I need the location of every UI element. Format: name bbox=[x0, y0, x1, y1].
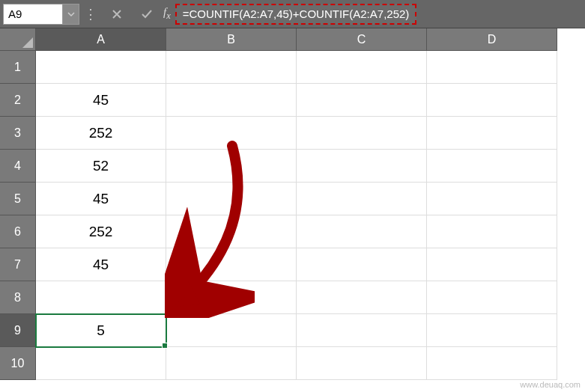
cell-B9[interactable] bbox=[166, 314, 297, 347]
row-header-8[interactable]: 8 bbox=[0, 281, 36, 314]
cell-A6[interactable]: 252 bbox=[36, 215, 166, 248]
cell-C9[interactable] bbox=[297, 314, 427, 347]
row-header-10[interactable]: 10 bbox=[0, 347, 36, 380]
row-header-9[interactable]: 9 bbox=[0, 314, 36, 347]
cell-C10[interactable] bbox=[297, 347, 427, 380]
row-header-4[interactable]: 4 bbox=[0, 150, 36, 183]
cell-B5[interactable] bbox=[166, 183, 297, 215]
formula-input[interactable]: =COUNTIF(A2:A7,45)+COUNTIF(A2:A7,252) bbox=[175, 4, 417, 25]
cell-B1[interactable] bbox=[166, 51, 297, 84]
confirm-formula-button[interactable] bbox=[135, 4, 159, 25]
cell-C2[interactable] bbox=[297, 84, 427, 117]
cell-C1[interactable] bbox=[297, 51, 427, 84]
cell-B6[interactable] bbox=[166, 215, 297, 248]
cell-B2[interactable] bbox=[166, 84, 297, 117]
cell-D2[interactable] bbox=[427, 84, 557, 117]
cell-C6[interactable] bbox=[297, 215, 427, 248]
cell-C7[interactable] bbox=[297, 248, 427, 281]
cancel-formula-button[interactable] bbox=[105, 4, 129, 25]
formula-bar: A9 ⋮ fx =COUNTIF(A2:A7,45)+COUNTIF(A2:A7… bbox=[0, 0, 585, 28]
check-icon bbox=[140, 7, 154, 21]
cell-A7[interactable]: 45 bbox=[36, 248, 166, 281]
select-all-corner[interactable] bbox=[0, 28, 36, 51]
col-header-D[interactable]: D bbox=[427, 28, 557, 51]
cell-B3[interactable] bbox=[166, 117, 297, 150]
cell-A9[interactable]: 5 bbox=[36, 314, 166, 347]
spreadsheet-grid: A B C D 1 2 45 3 252 4 52 5 45 6 252 7 4… bbox=[0, 28, 585, 380]
name-box[interactable]: A9 bbox=[3, 4, 63, 25]
formula-text: =COUNTIF(A2:A7,45)+COUNTIF(A2:A7,252) bbox=[183, 7, 410, 20]
cell-D6[interactable] bbox=[427, 215, 557, 248]
cell-A1[interactable] bbox=[36, 51, 166, 84]
separator-icon: ⋮ bbox=[84, 6, 97, 22]
col-header-B[interactable]: B bbox=[166, 28, 297, 51]
cell-A4[interactable]: 52 bbox=[36, 150, 166, 183]
cell-C3[interactable] bbox=[297, 117, 427, 150]
cell-C4[interactable] bbox=[297, 150, 427, 183]
cell-A2[interactable]: 45 bbox=[36, 84, 166, 117]
cell-D3[interactable] bbox=[427, 117, 557, 150]
row-header-2[interactable]: 2 bbox=[0, 84, 36, 117]
fx-icon[interactable]: fx bbox=[163, 6, 171, 22]
row-header-6[interactable]: 6 bbox=[0, 215, 36, 248]
cell-D1[interactable] bbox=[427, 51, 557, 84]
cell-A5[interactable]: 45 bbox=[36, 183, 166, 215]
cell-A3[interactable]: 252 bbox=[36, 117, 166, 150]
row-header-7[interactable]: 7 bbox=[0, 248, 36, 281]
row-header-1[interactable]: 1 bbox=[0, 51, 36, 84]
cell-D8[interactable] bbox=[427, 281, 557, 314]
cell-B4[interactable] bbox=[166, 150, 297, 183]
cell-C5[interactable] bbox=[297, 183, 427, 215]
cell-A8[interactable] bbox=[36, 281, 166, 314]
row-header-5[interactable]: 5 bbox=[0, 183, 36, 215]
cell-D7[interactable] bbox=[427, 248, 557, 281]
cell-D5[interactable] bbox=[427, 183, 557, 215]
name-box-dropdown[interactable] bbox=[63, 4, 79, 25]
x-icon bbox=[110, 7, 124, 21]
cell-A10[interactable] bbox=[36, 347, 166, 380]
name-box-value: A9 bbox=[8, 7, 22, 20]
cell-B7[interactable] bbox=[166, 248, 297, 281]
col-header-C[interactable]: C bbox=[297, 28, 427, 51]
row-header-3[interactable]: 3 bbox=[0, 117, 36, 150]
col-header-A[interactable]: A bbox=[36, 28, 166, 51]
chevron-down-icon bbox=[67, 10, 75, 18]
cell-D9[interactable] bbox=[427, 314, 557, 347]
cell-D10[interactable] bbox=[427, 347, 557, 380]
cell-B10[interactable] bbox=[166, 347, 297, 380]
cell-C8[interactable] bbox=[297, 281, 427, 314]
cell-B8[interactable] bbox=[166, 281, 297, 314]
cell-D4[interactable] bbox=[427, 150, 557, 183]
watermark: www.deuaq.com bbox=[520, 380, 581, 389]
